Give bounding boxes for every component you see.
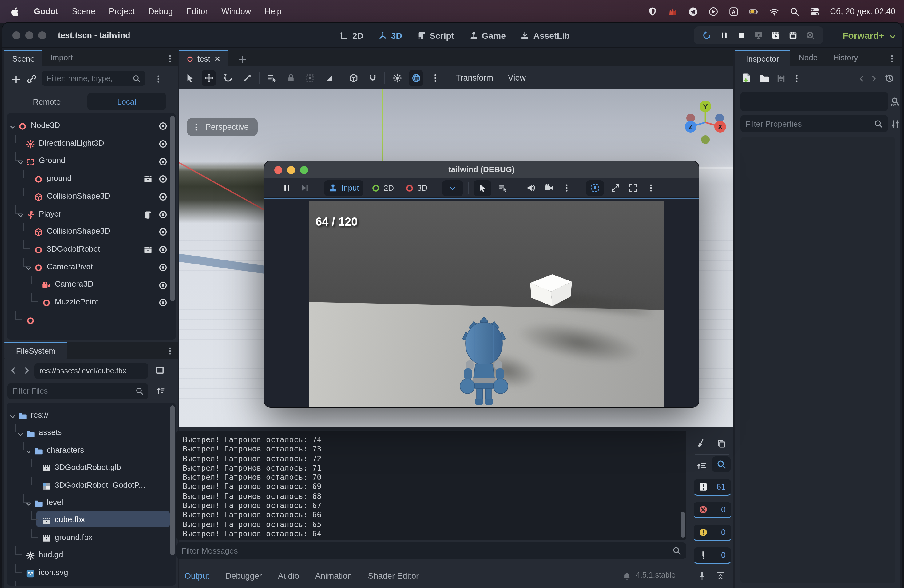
debug-next-frame-button[interactable] (296, 180, 314, 196)
tree-row-ground.fbx[interactable]: ground.fbx (7, 529, 176, 545)
debug-window-title-bar[interactable]: tailwind (DEBUG) (264, 161, 699, 179)
debug-embed-game-button[interactable] (586, 180, 604, 196)
clear-output-button[interactable] (697, 437, 706, 448)
bottom-tab-audio[interactable]: Audio (278, 571, 299, 580)
edit-count-badge[interactable]: 0 (694, 547, 731, 564)
movie-reel-button[interactable] (806, 31, 815, 40)
tree-row-3DGodotRobot[interactable]: 3DGodotRobot (7, 240, 176, 257)
tree-row-ground[interactable]: ground (7, 170, 176, 187)
tree-scrollbar[interactable] (170, 115, 175, 301)
tool-lock[interactable] (283, 70, 298, 86)
tab-import[interactable]: Import (43, 50, 81, 66)
resource-menu[interactable] (792, 73, 801, 84)
close-window-button[interactable] (12, 32, 20, 40)
menu-item-help[interactable]: Help (264, 7, 282, 16)
tree-row-characters[interactable]: characters (7, 442, 176, 458)
tree-row-level[interactable]: level (7, 494, 176, 511)
debug-fullscreen-button[interactable] (624, 180, 642, 196)
fs-forward-button[interactable] (22, 365, 32, 376)
tool-rotate[interactable] (221, 70, 235, 86)
renderer-select[interactable]: Forward+ (842, 23, 897, 48)
status-battery[interactable] (749, 6, 759, 17)
tool-magnet[interactable] (365, 70, 379, 86)
pin-bottom-panel-button[interactable] (697, 570, 706, 581)
monitor-play-button[interactable] (754, 31, 763, 40)
new-scene-tab-button[interactable] (238, 54, 247, 65)
tool-dots-v[interactable] (428, 70, 442, 86)
tree-row-Camera3D[interactable]: Camera3D (7, 276, 176, 292)
tree-row-CollisionShape3D[interactable]: CollisionShape3D (7, 223, 176, 239)
menu-clock[interactable]: Сб, 20 дек. 02:40 (830, 7, 895, 16)
scene-filter[interactable] (42, 71, 145, 86)
tool-scale[interactable] (240, 70, 254, 86)
debug-camera-button[interactable] (540, 180, 558, 196)
workspace-tab-3d[interactable]: 3D (378, 30, 402, 40)
save-resource-button[interactable] (776, 73, 786, 84)
reload-button[interactable] (702, 31, 711, 40)
workspace-tab-assetlib[interactable]: AssetLib (521, 30, 570, 40)
inspector-filter[interactable] (740, 115, 888, 132)
tree-row-clipped[interactable] (7, 311, 176, 327)
fs-path-input[interactable] (35, 367, 148, 375)
debug-options-menu[interactable] (558, 180, 575, 196)
badge-clapper[interactable] (143, 174, 153, 185)
transform-menu[interactable]: Transform (451, 73, 498, 82)
status-play-circle[interactable] (708, 6, 718, 17)
status-control-center[interactable] (809, 6, 819, 17)
scene-filter-input[interactable] (42, 74, 132, 83)
fs-path[interactable] (35, 363, 148, 379)
tree-row-assets[interactable]: assets (7, 424, 176, 441)
tab-inspector[interactable]: Inspector (735, 50, 790, 66)
filesystem-panel-menu[interactable] (166, 345, 175, 356)
fs-filter-input[interactable] (7, 387, 135, 395)
film-play-button[interactable] (771, 31, 781, 40)
add-node-button[interactable] (11, 73, 21, 84)
fs-filter[interactable] (7, 383, 148, 399)
fs-split-view-button[interactable] (155, 364, 165, 375)
tree-row-Node3D[interactable]: Node3D (7, 117, 176, 133)
tool-ruler[interactable] (322, 70, 336, 86)
bottom-tab-shader-editor[interactable]: Shader Editor (368, 571, 419, 580)
collapse-messages-button[interactable] (697, 460, 706, 471)
workspace-tab-game[interactable]: Game (469, 30, 506, 40)
tree-row-3DGodotRobot.glb[interactable]: 3DGodotRobot.glb (7, 459, 176, 476)
menu-item-project[interactable]: Project (109, 7, 135, 16)
debug-pause-button[interactable] (278, 180, 296, 196)
tree-scrollbar[interactable] (170, 405, 175, 555)
menu-item-debug[interactable]: Debug (148, 7, 173, 16)
scene-tree-menu[interactable] (154, 73, 163, 84)
inspector-filter-input[interactable] (740, 119, 874, 128)
badge-script[interactable] (143, 209, 153, 220)
debug-expand-button[interactable] (606, 180, 624, 196)
open-docs-button[interactable]: DOC (890, 96, 900, 107)
tool-list-select[interactable] (264, 70, 278, 86)
fs-back-button[interactable] (9, 365, 18, 376)
tool-cube[interactable] (346, 70, 360, 86)
menu-item-godot[interactable]: Godot (34, 7, 58, 16)
search-messages-button[interactable] (712, 456, 730, 473)
filter-messages[interactable] (177, 542, 686, 559)
apple-menu[interactable] (10, 6, 20, 17)
badge-clapper[interactable] (143, 244, 153, 255)
tab-node[interactable]: Node (792, 50, 824, 66)
copy-output-button[interactable] (716, 437, 726, 448)
debug-more-menu[interactable] (642, 180, 660, 196)
tool-sun[interactable] (390, 70, 404, 86)
tree-row-hud.gd[interactable]: hud.gd (7, 546, 176, 563)
tool-group[interactable] (303, 70, 317, 86)
tree-row-Player[interactable]: Player (7, 205, 176, 222)
view-menu[interactable]: View (503, 73, 531, 82)
edit-history-button[interactable] (884, 72, 894, 83)
tree-row-DirectionalLight3D[interactable]: DirectionalLight3D (7, 134, 176, 151)
visibility-toggle[interactable] (158, 297, 168, 308)
scene-panel-menu[interactable] (166, 53, 175, 64)
visibility-toggle[interactable] (158, 261, 168, 272)
tree-row-player_controller.gd[interactable]: player_controller.gd (7, 581, 176, 586)
visibility-toggle[interactable] (158, 191, 168, 202)
tab-history[interactable]: History (827, 50, 864, 66)
status-search[interactable] (789, 6, 799, 17)
local-toggle[interactable]: Local (87, 93, 166, 110)
fs-sort-button[interactable] (156, 385, 166, 396)
zoom-window-button[interactable] (38, 32, 46, 40)
warning-count-badge[interactable]: 0 (694, 525, 731, 541)
